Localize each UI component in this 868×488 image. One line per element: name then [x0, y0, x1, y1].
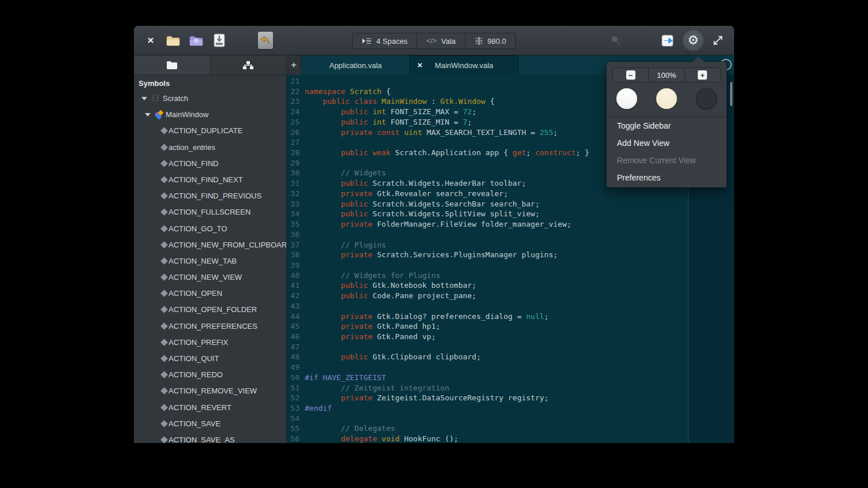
line-content: public int FONT_SIZE_MIN = 7; — [304, 117, 472, 127]
line-spacing-icon — [475, 36, 483, 46]
templates-folder-button[interactable]: ⚙ — [185, 30, 208, 51]
undo-button[interactable] — [255, 30, 276, 51]
line-number: 22 — [287, 87, 304, 97]
expander-triangle-icon[interactable] — [145, 113, 151, 117]
menu-item-preferences[interactable]: Preferences — [607, 169, 727, 186]
symbol-tree-item[interactable]: ACTION_NEW_VIEW — [134, 269, 286, 286]
line-content — [304, 301, 305, 311]
symbol-tree-item[interactable]: ACTION_PREFERENCES — [134, 318, 286, 335]
fullscreen-button[interactable] — [708, 30, 728, 51]
symbol-label: ACTION_FIND_NEXT — [169, 175, 243, 184]
new-tab-button[interactable]: + — [287, 55, 301, 75]
symbol-tree-item[interactable]: ACTION_FIND_NEXT — [134, 172, 286, 188]
expander-triangle-icon[interactable] — [141, 97, 147, 100]
symbol-tree-item[interactable]: ACTION_PREFIX — [134, 335, 286, 351]
dark-style-button[interactable] — [696, 88, 717, 109]
line-content: private Zeitgeist.DataSourceRegistry reg… — [304, 393, 549, 403]
symbol-tree-item[interactable]: ACTION_DUPLICATE — [134, 123, 286, 139]
editor-scrollbar[interactable] — [730, 82, 732, 106]
field-diamond-icon — [160, 273, 168, 281]
code-line: 33 public Scratch.Widgets.SearchBar sear… — [287, 199, 734, 209]
undo-icon — [258, 32, 273, 49]
code-line: 56 delegate void HookFunc (); — [287, 434, 734, 443]
language-button[interactable]: </>Vala — [417, 33, 465, 48]
line-number: 38 — [287, 250, 304, 260]
code-line: 38 private Scratch.Services.PluginsManag… — [287, 250, 734, 260]
zoom-in-icon: + — [698, 70, 707, 80]
symbol-label: ACTION_REMOVE_VIEW — [169, 386, 257, 395]
symbol-label: ACTION_NEW_VIEW — [169, 273, 242, 281]
code-line: 48 public Gtk.Clipboard clipboard; — [287, 352, 734, 362]
symbol-tree-item[interactable]: ACTION_REVERT — [134, 400, 286, 416]
zoom-out-icon: − — [626, 70, 635, 80]
code-line: 35 private FolderManager.FileView folder… — [287, 219, 734, 230]
symbol-tree-item[interactable]: ACTION_SAVE_AS — [134, 432, 286, 443]
zoom-out-button[interactable]: − — [613, 68, 649, 82]
code-line: 50#if HAVE_ZEITGEIST — [287, 373, 734, 383]
line-content: // Delegates — [304, 423, 395, 434]
symbol-tree-item[interactable]: action_entries — [134, 140, 286, 156]
search-icon — [610, 35, 622, 46]
class-icon — [155, 111, 164, 119]
light-style-button[interactable] — [616, 88, 637, 109]
share-button[interactable] — [658, 30, 679, 51]
zoom-control: − 100% + — [612, 67, 721, 82]
settings-gear-icon: ⚙ — [683, 30, 704, 51]
line-number-button[interactable]: 980.0 — [466, 33, 516, 48]
symbol-tree-item[interactable]: MainWindow — [134, 107, 286, 123]
field-diamond-icon — [160, 290, 168, 297]
symbol-label: ACTION_OPEN_FOLDER — [169, 305, 257, 314]
line-content: private Gtk.Paned hp1; — [304, 321, 440, 332]
menu-item-add-new-view[interactable]: Add New View — [607, 134, 727, 152]
symbol-tree-item[interactable]: ACTION_OPEN_FOLDER — [134, 302, 286, 318]
symbol-tree-item[interactable]: ACTION_GO_TO — [134, 221, 286, 237]
symbol-tree-item[interactable]: ACTION_QUIT — [134, 351, 286, 367]
line-content: public Code.Pane project_pane; — [304, 291, 476, 301]
line-content: // Zeitgeist integration — [304, 383, 449, 393]
line-number: 53 — [287, 403, 304, 414]
symbol-tree-item[interactable]: ACTION_NEW_TAB — [134, 253, 286, 269]
symbol-tree-item[interactable]: {}Scratch — [134, 91, 286, 107]
line-content: public Scratch.Widgets.SplitView split_v… — [304, 209, 540, 219]
symbol-label: action_entries — [169, 143, 215, 152]
code-line: 42 public Code.Pane project_pane; — [287, 291, 734, 301]
line-content: private FolderManager.FileView folder_ma… — [304, 219, 571, 230]
window-close-button[interactable]: × — [140, 34, 162, 47]
symbol-tree-item[interactable]: ACTION_FULLSCREEN — [134, 204, 286, 220]
symbol-tree-item[interactable]: ACTION_NEW_FROM_CLIPBOARD — [134, 237, 286, 253]
document-tab[interactable]: ×MainWindow.vala — [410, 55, 518, 75]
open-folder-button[interactable] — [162, 30, 185, 51]
menu-item-toggle-sidebar[interactable]: Toggle Sidebar — [607, 117, 727, 134]
field-diamond-icon — [160, 127, 168, 135]
zoom-in-button[interactable]: + — [685, 68, 720, 82]
save-as-icon — [214, 33, 225, 47]
sidebar-tab-symbols[interactable] — [211, 55, 287, 74]
search-button[interactable] — [605, 30, 626, 51]
symbol-tree-item[interactable]: ACTION_REDO — [134, 367, 286, 383]
line-number: 37 — [287, 240, 304, 250]
open-folder-icon — [166, 35, 180, 46]
sepia-style-button[interactable] — [656, 88, 677, 109]
button-label: 980.0 — [488, 37, 507, 46]
document-tab[interactable]: Application.vala — [301, 55, 410, 75]
symbol-tree-item[interactable]: ACTION_OPEN — [134, 286, 286, 302]
settings-button[interactable]: ⚙ — [683, 30, 704, 51]
sidebar-tab-files[interactable] — [134, 55, 211, 74]
indentation-button[interactable]: 4 Spaces — [353, 33, 417, 48]
code-line: 43 — [287, 301, 734, 311]
symbol-label: ACTION_OPEN — [169, 289, 222, 298]
share-icon — [661, 33, 675, 47]
symbol-label: ACTION_SAVE — [169, 419, 220, 428]
field-diamond-icon — [160, 306, 168, 314]
line-number: 56 — [287, 434, 304, 443]
line-content: // Widgets — [304, 168, 386, 178]
code-line: 32 private Gtk.Revealer search_revealer; — [287, 189, 734, 199]
symbol-tree-item[interactable]: ACTION_FIND — [134, 156, 286, 172]
symbol-tree-item[interactable]: ACTION_REMOVE_VIEW — [134, 383, 286, 399]
save-as-button[interactable] — [208, 30, 231, 51]
symbol-tree-item[interactable]: ACTION_FIND_PREVIOUS — [134, 188, 286, 204]
line-number: 48 — [287, 352, 304, 362]
symbol-tree-item[interactable]: ACTION_SAVE — [134, 416, 286, 432]
tab-close-icon[interactable]: × — [417, 60, 422, 70]
field-diamond-icon — [160, 192, 168, 200]
